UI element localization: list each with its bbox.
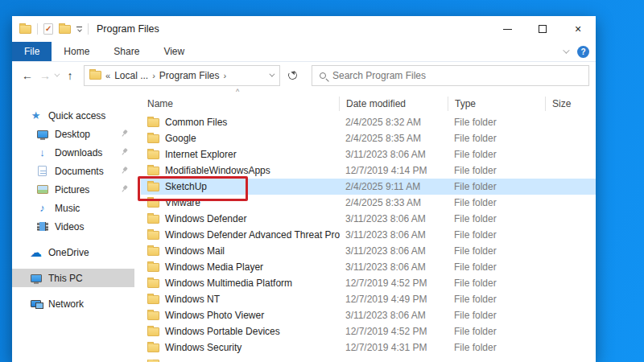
- table-row[interactable]: SketchUp2/4/2025 9:11 AMFile folder: [141, 179, 596, 195]
- table-row[interactable]: Windows Defender3/11/2023 8:06 AMFile fo…: [141, 211, 596, 227]
- customize-qat-chevron-icon[interactable]: [76, 27, 82, 31]
- sidebar-section-gap: [12, 261, 141, 269]
- up-button[interactable]: ↑: [61, 69, 79, 82]
- pin-icon[interactable]: [118, 146, 130, 158]
- file-name-cell: Windows Photo Viewer: [141, 310, 340, 321]
- column-header-date-modified[interactable]: Date modified: [340, 97, 448, 111]
- table-row[interactable]: Common Files2/4/2025 8:32 AMFile folder: [141, 114, 596, 130]
- date-modified-cell: 2/4/2025 9:11 AM: [340, 181, 448, 192]
- sidebar-item-desktop[interactable]: Desktop: [12, 125, 141, 143]
- close-button[interactable]: ×: [560, 16, 596, 42]
- sidebar-item-pictures[interactable]: Pictures: [12, 180, 141, 199]
- date-modified-cell: 3/11/2023 8:06 AM: [340, 213, 448, 224]
- search-placeholder: Search Program Files: [332, 70, 426, 81]
- folder-icon: [147, 327, 159, 336]
- sidebar-item-music[interactable]: ♪Music: [12, 199, 141, 217]
- table-row[interactable]: [141, 356, 596, 362]
- sidebar-item-label: Music: [55, 203, 80, 214]
- address-bar[interactable]: « Local ... › Program Files ›: [84, 65, 280, 86]
- file-explorer-window: Program Files × FileHomeShareView ? ← → …: [12, 16, 596, 362]
- breadcrumb-separator[interactable]: ›: [224, 71, 227, 80]
- pin-icon[interactable]: [118, 165, 130, 176]
- column-header-name[interactable]: Name: [141, 97, 340, 111]
- folder-icon: [147, 295, 159, 304]
- sidebar-item-label: Desktop: [55, 129, 90, 140]
- tab-home[interactable]: Home: [52, 42, 101, 61]
- refresh-button[interactable]: [280, 65, 304, 86]
- maximize-icon: [539, 25, 547, 33]
- help-button[interactable]: ?: [577, 46, 589, 58]
- table-row[interactable]: Windows Multimedia Platform12/7/2019 4:5…: [141, 275, 596, 291]
- table-row[interactable]: ModifiableWindowsApps12/7/2019 4:14 PMFi…: [141, 162, 596, 179]
- file-name-cell: VMware: [141, 197, 340, 208]
- star-icon: ★: [29, 109, 43, 121]
- sidebar-item-onedrive[interactable]: ☁OneDrive: [12, 243, 141, 261]
- address-dropdown-chevron-icon[interactable]: [269, 72, 275, 77]
- table-row[interactable]: Windows Defender Advanced Threat Prot...…: [141, 227, 596, 243]
- type-cell: File folder: [448, 245, 546, 257]
- ribbon-tab-bar: FileHomeShareView ?: [12, 42, 596, 62]
- sidebar-item-videos[interactable]: Videos: [12, 217, 141, 236]
- forward-button[interactable]: →: [36, 69, 54, 82]
- sidebar-item-downloads[interactable]: ↓Downloads: [12, 143, 141, 162]
- new-folder-icon[interactable]: [59, 25, 71, 34]
- table-row[interactable]: Windows Photo Viewer3/11/2023 8:06 AMFil…: [141, 307, 596, 323]
- date-modified-cell: 2/4/2025 8:35 AM: [340, 133, 448, 144]
- cloud-icon: ☁: [29, 245, 43, 260]
- tab-view[interactable]: View: [151, 42, 196, 61]
- table-row[interactable]: Internet Explorer3/11/2023 8:06 AMFile f…: [141, 146, 596, 162]
- type-cell: File folder: [448, 229, 546, 241]
- table-row[interactable]: VMware2/4/2025 8:33 AMFile folder: [141, 195, 596, 211]
- file-name-cell: [141, 360, 340, 362]
- breadcrumb-separator[interactable]: ›: [152, 71, 155, 80]
- file-name-cell: Windows Security: [141, 342, 340, 353]
- search-input[interactable]: Search Program Files: [312, 65, 589, 86]
- maximize-button[interactable]: [525, 16, 560, 42]
- date-modified-cell: 12/7/2019 4:31 PM: [340, 342, 448, 353]
- expand-ribbon-chevron-icon[interactable]: [563, 47, 569, 53]
- down-icon: ↓: [35, 146, 49, 158]
- file-name: Google: [165, 133, 196, 144]
- breadcrumb-drive[interactable]: Local ...: [114, 70, 148, 81]
- file-name: Windows Defender: [165, 213, 246, 224]
- date-modified-cell: 2/4/2025 8:33 AM: [340, 197, 448, 208]
- column-header-type[interactable]: Type: [448, 97, 546, 111]
- date-modified-cell: 3/11/2023 8:06 AM: [340, 149, 448, 160]
- back-button[interactable]: ←: [19, 69, 36, 82]
- column-header-size[interactable]: Size: [546, 97, 596, 111]
- folder-icon: [147, 279, 159, 288]
- tab-share[interactable]: Share: [101, 42, 151, 61]
- window-title: Program Files: [97, 23, 159, 35]
- folder-icon: [147, 199, 159, 208]
- type-cell: File folder: [448, 117, 546, 128]
- film-icon: [35, 222, 49, 231]
- sidebar-item-label: Documents: [55, 166, 104, 177]
- sort-ascending-icon[interactable]: ^: [236, 88, 239, 96]
- table-row[interactable]: Google2/4/2025 8:35 AMFile folder: [141, 130, 596, 146]
- properties-icon[interactable]: [43, 23, 53, 35]
- sidebar-item-this-pc[interactable]: This PC: [12, 269, 134, 287]
- table-row[interactable]: Windows Media Player3/11/2023 8:06 AMFil…: [141, 259, 596, 275]
- breadcrumb-collapsed[interactable]: «: [105, 71, 110, 80]
- table-row[interactable]: Windows Mail3/11/2023 8:06 AMFile folder: [141, 243, 596, 259]
- table-row[interactable]: Windows Security12/7/2019 4:31 PMFile fo…: [141, 339, 596, 356]
- folder-icon: [147, 343, 159, 352]
- file-name: Internet Explorer: [165, 149, 237, 160]
- sidebar-item-quick-access[interactable]: ★Quick access: [12, 106, 141, 125]
- table-row[interactable]: Windows Portable Devices12/7/2019 4:52 P…: [141, 323, 596, 339]
- table-row[interactable]: Windows NT12/7/2019 4:49 PMFile folder: [141, 291, 596, 307]
- minimize-button[interactable]: [489, 16, 525, 42]
- pin-icon[interactable]: [118, 128, 130, 139]
- file-name-cell: Internet Explorer: [141, 149, 340, 160]
- pin-icon[interactable]: [118, 183, 130, 195]
- tab-file[interactable]: File: [12, 42, 52, 61]
- sidebar-item-documents[interactable]: Documents: [12, 162, 141, 180]
- sidebar-item-network[interactable]: Network: [12, 294, 141, 313]
- breadcrumb-current[interactable]: Program Files: [159, 70, 220, 81]
- file-name-cell: ModifiableWindowsApps: [141, 165, 340, 176]
- file-name: Windows Portable Devices: [165, 326, 280, 337]
- date-modified-cell: 12/7/2019 4:52 PM: [340, 326, 448, 337]
- sidebar-item-label: Network: [48, 298, 84, 310]
- sidebar-item-label: Pictures: [55, 184, 89, 195]
- recent-locations-chevron-icon[interactable]: [54, 72, 60, 77]
